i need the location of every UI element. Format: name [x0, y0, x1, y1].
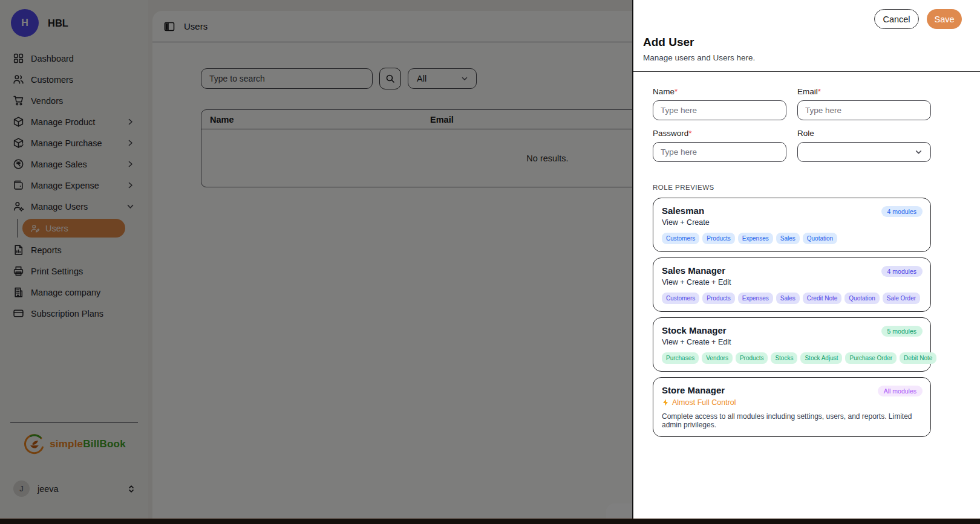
- module-tag-debit-note: Debit Note: [900, 352, 936, 364]
- role-permissions: View + Create + Edit: [662, 338, 922, 346]
- role-card-salesman: Salesman4 modulesView + CreateCustomersP…: [653, 198, 931, 252]
- role-permissions: View + Create: [662, 218, 922, 227]
- module-tag-customers: Customers: [662, 293, 699, 304]
- bottom-system-bar: [0, 519, 980, 524]
- module-tag-products: Products: [702, 293, 734, 304]
- drawer-subtitle: Manage users and Users here.: [643, 53, 962, 62]
- email-label: Email*: [797, 87, 931, 96]
- cancel-button[interactable]: Cancel: [874, 9, 919, 29]
- role-previews-label: ROLE PREVIEWS: [653, 184, 980, 191]
- module-tag-quotation: Quotation: [803, 233, 837, 244]
- module-tag-purchases: Purchases: [662, 352, 699, 364]
- role-module-tags: PurchasesVendorsProductsStocksStock Adju…: [662, 352, 922, 364]
- module-tag-sales: Sales: [776, 293, 800, 304]
- module-count-badge: 4 modules: [881, 266, 923, 277]
- password-label: Password*: [653, 129, 786, 138]
- role-description: Complete access to all modules including…: [662, 412, 922, 429]
- role-module-tags: CustomersProductsExpensesSalesQuotation: [662, 233, 922, 244]
- module-tag-products: Products: [702, 233, 734, 244]
- drawer-header: Cancel Save Add User Manage users and Us…: [633, 0, 980, 72]
- module-tag-vendors: Vendors: [702, 352, 733, 364]
- role-card-stock-manager: Stock Manager5 modulesView + Create + Ed…: [653, 317, 931, 372]
- role-card-sales-manager: Sales Manager4 modulesView + Create + Ed…: [653, 257, 931, 312]
- module-tag-customers: Customers: [662, 233, 699, 244]
- module-tag-purchase-order: Purchase Order: [845, 352, 897, 364]
- password-field-group: Password*: [653, 129, 786, 162]
- email-field-group: Email*: [797, 87, 931, 120]
- name-label: Name*: [653, 87, 786, 96]
- add-user-form: Name* Email* Password* Role: [653, 87, 931, 162]
- required-asterisk: *: [818, 87, 821, 96]
- role-module-tags: CustomersProductsExpensesSalesCredit Not…: [662, 293, 922, 304]
- module-tag-expenses: Expenses: [738, 293, 773, 304]
- module-count-badge: 4 modules: [881, 206, 923, 217]
- role-field-group: Role: [797, 129, 931, 162]
- name-field-group: Name*: [653, 87, 786, 120]
- module-tag-credit-note: Credit Note: [803, 293, 842, 304]
- email-field[interactable]: [797, 100, 931, 120]
- module-tag-products: Products: [736, 352, 768, 364]
- save-button[interactable]: Save: [927, 9, 962, 29]
- role-label: Role: [797, 129, 931, 138]
- chevron-down-icon: [914, 147, 923, 157]
- role-cards: Salesman4 modulesView + CreateCustomersP…: [653, 198, 931, 437]
- module-tag-stocks: Stocks: [771, 352, 797, 364]
- module-tag-expenses: Expenses: [738, 233, 773, 244]
- drawer-actions: Cancel Save: [643, 9, 962, 29]
- module-count-badge: 5 modules: [881, 326, 923, 337]
- password-field[interactable]: [653, 142, 786, 162]
- drawer-body: Name* Email* Password* Role: [633, 72, 980, 437]
- name-field[interactable]: [653, 100, 786, 120]
- module-tag-stock-adjust: Stock Adjust: [800, 352, 842, 364]
- role-select[interactable]: [797, 142, 931, 162]
- drawer-title: Add User: [643, 36, 962, 49]
- add-user-drawer: Cancel Save Add User Manage users and Us…: [632, 0, 980, 524]
- required-asterisk: *: [675, 87, 678, 96]
- module-count-badge: All modules: [878, 386, 923, 396]
- role-control-level: Almost Full Control: [662, 398, 922, 407]
- required-asterisk: *: [688, 129, 691, 138]
- module-tag-sale-order: Sale Order: [883, 293, 920, 304]
- module-tag-quotation: Quotation: [844, 293, 879, 304]
- role-permissions: View + Create + Edit: [662, 278, 922, 286]
- lightning-bolt-icon: [662, 399, 669, 406]
- module-tag-sales: Sales: [776, 233, 800, 244]
- role-card-store-manager: Store ManagerAll modulesAlmost Full Cont…: [653, 377, 931, 437]
